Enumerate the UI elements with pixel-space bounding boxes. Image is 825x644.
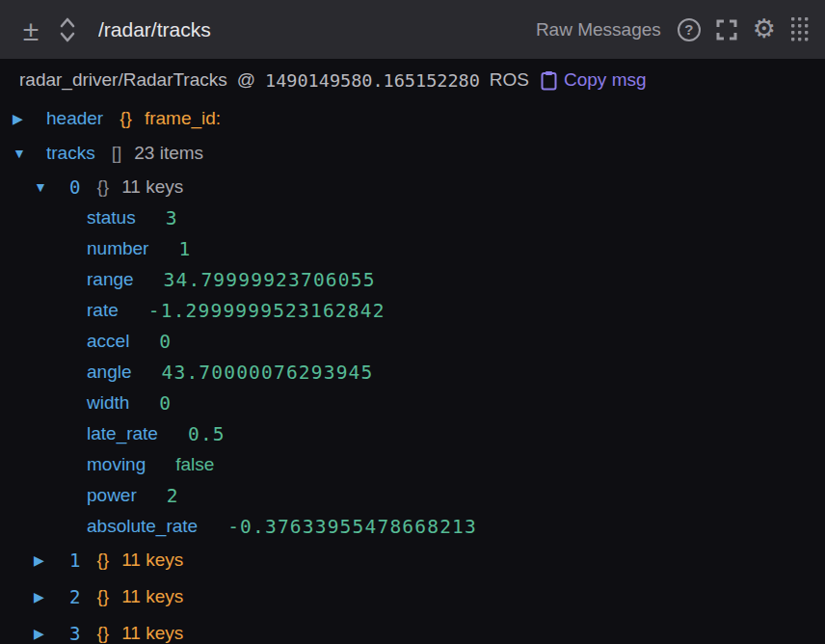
- panel-type-label: Raw Messages: [536, 19, 661, 40]
- field-value: 0: [159, 331, 172, 353]
- node-label[interactable]: 3: [69, 623, 80, 644]
- field-row-absolute-rate: absolute_rate -0.37633955478668213: [0, 511, 825, 542]
- field-key: status: [87, 207, 136, 228]
- field-value: 34.79999923706055: [164, 269, 376, 291]
- at-symbol: @: [237, 69, 255, 91]
- tree-node-track-0: ▼ 0 {} 11 keys: [0, 171, 825, 202]
- field-key: angle: [87, 362, 132, 383]
- key-count: 11 keys: [121, 623, 183, 644]
- field-key: late_rate: [87, 423, 158, 444]
- tree-node-tracks: ▼ tracks [] 23 items: [0, 136, 825, 171]
- tree-node-header: ▶ header {} frame_id:: [0, 101, 825, 136]
- field-value: 2: [167, 485, 179, 507]
- field-row-rate: rate -1.2999999523162842: [0, 295, 825, 326]
- field-value: 0: [159, 392, 172, 415]
- message-meta-row: radar_driver/RadarTracks @ 1490149580.16…: [0, 59, 825, 101]
- field-value: 1: [178, 238, 191, 260]
- field-value: -1.2999999523162842: [148, 300, 386, 322]
- panel-toolbar: ± /radar/tracks Raw Messages ? ⚙: [0, 0, 825, 59]
- key-count: 11 keys: [121, 586, 183, 607]
- field-row-moving: moving false: [0, 449, 825, 480]
- field-key: accel: [87, 331, 129, 352]
- field-row-power: power 2: [0, 480, 825, 511]
- field-key: width: [87, 392, 129, 414]
- key-count: 11 keys: [121, 176, 183, 198]
- field-key: power: [87, 485, 137, 506]
- collapse-arrow-icon[interactable]: ▼: [13, 146, 46, 161]
- clipboard-icon: [541, 70, 557, 91]
- object-braces: {}: [96, 550, 109, 571]
- node-label[interactable]: 2: [69, 586, 80, 607]
- drag-handle-grid-icon[interactable]: [790, 16, 810, 43]
- field-value: 3: [166, 207, 178, 229]
- field-key: range: [87, 269, 134, 290]
- field-row-range: range 34.79999923706055: [0, 264, 825, 295]
- node-label[interactable]: header: [46, 108, 103, 129]
- schema-name: radar_driver/RadarTracks: [19, 69, 227, 91]
- copy-message-button[interactable]: Copy msg: [541, 69, 647, 91]
- object-braces: {}: [120, 108, 132, 129]
- settings-gear-icon[interactable]: ⚙: [753, 16, 776, 42]
- expand-arrow-icon[interactable]: ▶: [34, 626, 69, 641]
- fullscreen-icon[interactable]: [715, 18, 738, 41]
- node-label[interactable]: 0: [69, 176, 80, 198]
- object-braces: {}: [96, 176, 109, 198]
- field-row-width: width 0: [0, 388, 825, 418]
- field-key: rate: [87, 300, 119, 321]
- expand-arrow-icon[interactable]: ▶: [34, 589, 69, 604]
- expand-arrow-icon[interactable]: ▶: [34, 552, 69, 568]
- field-value: -0.37633955478668213: [227, 516, 477, 538]
- copy-message-label: Copy msg: [564, 69, 647, 91]
- protocol-label: ROS: [490, 69, 529, 91]
- object-braces: {}: [96, 586, 109, 607]
- node-label[interactable]: 1: [69, 550, 80, 571]
- field-value: false: [175, 454, 214, 475]
- item-count: 23 items: [134, 143, 203, 164]
- field-key: absolute_rate: [87, 516, 198, 537]
- expand-collapse-all-icon[interactable]: ±: [13, 11, 48, 49]
- field-key: moving: [87, 454, 146, 475]
- field-row-late-rate: late_rate 0.5: [0, 418, 825, 449]
- object-preview: frame_id:: [145, 108, 221, 129]
- tree-node-track-1: ▶ 1 {} 11 keys: [0, 542, 825, 578]
- field-value: 43.70000076293945: [162, 362, 374, 384]
- collapse-arrow-icon[interactable]: ▼: [34, 179, 69, 195]
- field-row-status: status 3: [0, 202, 825, 233]
- help-icon[interactable]: ?: [678, 18, 701, 41]
- key-count: 11 keys: [121, 550, 183, 571]
- field-key: number: [87, 238, 148, 259]
- tree-node-track-3: ▶ 3 {} 11 keys: [0, 615, 825, 644]
- message-timestamp: 1490149580.165152280: [265, 70, 480, 91]
- node-label[interactable]: tracks: [46, 143, 95, 164]
- field-row-number: number 1: [0, 233, 825, 264]
- field-row-angle: angle 43.70000076293945: [0, 357, 825, 388]
- field-value: 0.5: [188, 423, 226, 445]
- object-braces: {}: [96, 623, 109, 644]
- topic-path-input[interactable]: /radar/tracks: [98, 18, 211, 41]
- field-row-accel: accel 0: [0, 326, 825, 357]
- raw-message-tree: ▶ header {} frame_id: ▼ tracks [] 23 ite…: [0, 101, 825, 644]
- expand-arrow-icon[interactable]: ▶: [13, 111, 46, 126]
- tree-node-track-2: ▶ 2 {} 11 keys: [0, 578, 825, 615]
- array-brackets: []: [112, 143, 122, 164]
- sort-chevrons-icon[interactable]: [52, 11, 83, 49]
